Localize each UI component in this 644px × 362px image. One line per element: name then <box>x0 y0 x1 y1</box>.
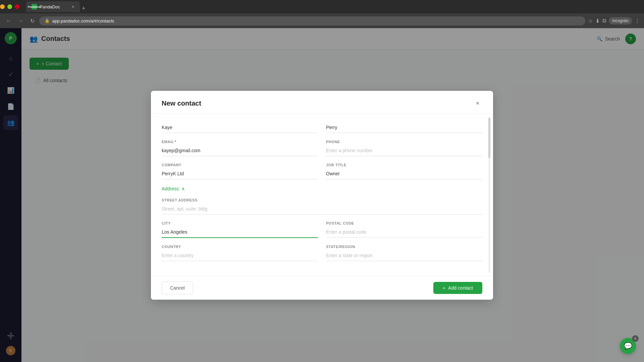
city-label: CITY <box>162 221 318 225</box>
browser-tab[interactable]: PandaDoc PandaDoc × <box>26 1 80 12</box>
download-icon[interactable]: ⬇ <box>595 18 600 24</box>
browser-nav: ← → ↻ 🔒 app.pandadoc.com/a/#/contacts ☆ … <box>0 13 644 28</box>
profile-label[interactable]: Incognito <box>609 17 632 24</box>
phone-group: PHONE <box>326 140 482 156</box>
country-input[interactable] <box>162 250 318 261</box>
state-group: STATE/REGION <box>326 245 482 261</box>
chat-close-button[interactable]: × <box>632 335 639 342</box>
lock-icon: 🔒 <box>45 18 50 23</box>
tab-title: PandaDoc <box>40 4 60 9</box>
tabs-row: PandaDoc PandaDoc × + <box>23 1 644 12</box>
chat-icon: 💬 <box>624 342 632 350</box>
modal-body: EMAIL* PHONE COMPANY JOB TITLE <box>151 114 493 276</box>
last-name-group <box>326 122 482 133</box>
window-close-button[interactable] <box>15 4 19 9</box>
url-text: app.pandadoc.com/a/#/contacts <box>52 18 114 23</box>
last-name-input[interactable] <box>326 122 482 133</box>
postal-input[interactable] <box>326 227 482 238</box>
tab-close-button[interactable]: × <box>72 4 74 9</box>
country-label: COUNTRY <box>162 245 318 249</box>
new-tab-button[interactable]: + <box>80 5 88 12</box>
first-name-input[interactable] <box>162 122 318 133</box>
city-group: CITY <box>162 221 318 238</box>
back-button[interactable]: ← <box>4 16 13 25</box>
email-group: EMAIL* <box>162 140 318 156</box>
modal-footer: Cancel + Add contact <box>151 276 493 300</box>
city-input[interactable] <box>162 227 318 238</box>
modal-overlay: New contact × EMAIL* <box>0 28 644 362</box>
modal-title: New contact <box>162 100 201 107</box>
refresh-button[interactable]: ↻ <box>28 16 37 25</box>
email-input[interactable] <box>162 145 318 156</box>
email-label: EMAIL* <box>162 140 318 144</box>
state-label: STATE/REGION <box>326 245 482 249</box>
new-contact-modal: New contact × EMAIL* <box>151 91 493 300</box>
maximize-button[interactable] <box>7 4 12 9</box>
scroll-thumb <box>488 118 490 158</box>
street-row: STREET ADDRESS <box>162 198 482 215</box>
add-contact-submit-button[interactable]: + Add contact <box>433 282 482 294</box>
chevron-up-icon: ∧ <box>181 186 185 191</box>
city-postal-row: CITY POSTAL CODE <box>162 221 482 238</box>
browser-menu-icon[interactable]: ⋮ <box>635 18 640 24</box>
street-group: STREET ADDRESS <box>162 198 482 215</box>
email-phone-row: EMAIL* PHONE <box>162 140 482 156</box>
add-contact-icon: + <box>443 285 445 291</box>
company-group: COMPANY <box>162 163 318 179</box>
modal-header: New contact × <box>151 91 493 114</box>
nav-actions: ☆ ⬇ ⧉ Incognito ⋮ <box>588 17 640 24</box>
modal-close-button[interactable]: × <box>473 99 482 108</box>
name-row <box>162 122 482 133</box>
extensions-icon[interactable]: ⧉ <box>602 18 606 24</box>
phone-input[interactable] <box>326 145 482 156</box>
cancel-button[interactable]: Cancel <box>162 282 193 294</box>
company-input[interactable] <box>162 168 318 179</box>
street-input[interactable] <box>162 203 482 215</box>
bookmark-icon[interactable]: ☆ <box>588 18 593 24</box>
address-bar[interactable]: 🔒 app.pandadoc.com/a/#/contacts <box>39 16 585 25</box>
company-jobtitle-row: COMPANY JOB TITLE <box>162 163 482 179</box>
browser-top-bar: PandaDoc PandaDoc × + <box>0 0 644 13</box>
minimize-button[interactable] <box>0 4 5 9</box>
job-title-label: JOB TITLE <box>326 163 482 167</box>
country-group: COUNTRY <box>162 245 318 261</box>
phone-label: PHONE <box>326 140 482 144</box>
scroll-indicator[interactable] <box>488 118 490 273</box>
country-state-row: COUNTRY STATE/REGION <box>162 245 482 261</box>
forward-button[interactable]: → <box>16 16 25 25</box>
address-toggle[interactable]: Address ∧ <box>162 186 482 191</box>
job-title-input[interactable] <box>326 168 482 179</box>
tab-favicon: PandaDoc <box>32 4 37 9</box>
state-input[interactable] <box>326 250 482 261</box>
job-title-group: JOB TITLE <box>326 163 482 179</box>
company-label: COMPANY <box>162 163 318 167</box>
postal-label: POSTAL CODE <box>326 221 482 225</box>
street-label: STREET ADDRESS <box>162 198 482 202</box>
chat-widget[interactable]: 💬 × <box>620 338 636 354</box>
first-name-group <box>162 122 318 133</box>
postal-group: POSTAL CODE <box>326 221 482 238</box>
